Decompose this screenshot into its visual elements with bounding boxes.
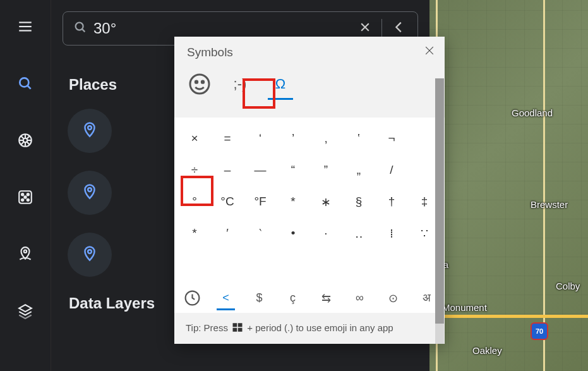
map-view[interactable]: Goodland Brewster ona Monument Oakley Co… xyxy=(429,0,588,371)
symbol-cell[interactable]: ‚ xyxy=(309,123,342,154)
scrollbar-thumb[interactable] xyxy=(435,78,444,324)
nav-rail xyxy=(0,0,51,371)
svg-point-27 xyxy=(88,188,92,192)
svg-point-26 xyxy=(88,126,92,130)
symbol-cell[interactable]: • xyxy=(277,217,309,249)
symbol-cell[interactable]: ’ xyxy=(277,123,309,154)
svg-point-32 xyxy=(195,81,197,83)
symbol-cell[interactable]: · xyxy=(309,217,342,249)
svg-point-3 xyxy=(20,78,28,87)
svg-point-22 xyxy=(76,23,83,30)
symbol-cell[interactable]: ‥ xyxy=(342,217,375,249)
symbol-category[interactable]: $ xyxy=(250,288,268,310)
symbol-cell[interactable]: „ xyxy=(342,154,375,186)
symbol-cell[interactable]: ‘ xyxy=(244,123,277,154)
svg-point-28 xyxy=(88,250,92,253)
place-pin-icon xyxy=(68,233,112,277)
interstate-shield: 70 xyxy=(531,322,548,340)
map-label-oakley: Oakley xyxy=(472,345,502,356)
tab-emoji[interactable] xyxy=(187,70,212,100)
svg-point-19 xyxy=(21,199,23,201)
symbol-cell[interactable]: ‛ xyxy=(342,123,375,154)
svg-rect-35 xyxy=(233,323,237,327)
svg-rect-37 xyxy=(233,328,237,332)
symbols-title: Symbols xyxy=(187,46,432,59)
scrollbar-track[interactable] xyxy=(435,78,444,344)
symbol-cell[interactable]: ∗ xyxy=(309,186,342,217)
symbol-cell[interactable]: * xyxy=(178,217,211,249)
svg-point-31 xyxy=(190,75,209,94)
place-pin-icon xyxy=(68,109,112,153)
symbol-category[interactable]: ç xyxy=(284,288,302,310)
svg-point-18 xyxy=(24,196,26,198)
symbol-category[interactable]: ∞ xyxy=(351,288,369,310)
layers-nav-button[interactable] xyxy=(11,297,39,325)
symbols-close-button[interactable] xyxy=(423,44,436,57)
svg-point-17 xyxy=(27,193,29,195)
symbols-tip: Tip: Press + period (.) to use emoji in … xyxy=(174,313,445,344)
clear-button[interactable] xyxy=(351,21,379,36)
symbol-category[interactable] xyxy=(183,288,201,310)
map-label-colby: Colby xyxy=(556,281,580,291)
pin-stack-nav-button[interactable] xyxy=(11,240,39,268)
search-input[interactable] xyxy=(93,20,351,37)
map-label-goodland: Goodland xyxy=(512,107,553,118)
symbol-cell[interactable]: ” xyxy=(309,154,342,186)
svg-rect-36 xyxy=(238,323,243,327)
symbol-cell[interactable]: × xyxy=(178,123,211,154)
tab-kaomoji[interactable]: ;-) xyxy=(227,70,253,100)
search-nav-button[interactable] xyxy=(11,70,39,97)
symbols-grid: ×=‘’‚‛¬÷–—“”„/°°C°F*∗§†‡*′‵•·‥⁞∵ xyxy=(174,118,445,285)
symbol-cell[interactable]: ‵ xyxy=(244,217,277,249)
symbol-cell[interactable]: = xyxy=(211,123,244,154)
symbol-cell[interactable]: ⁞ xyxy=(375,217,408,249)
symbol-category[interactable]: < xyxy=(217,288,235,310)
symbol-cell[interactable]: § xyxy=(342,186,375,217)
symbol-cell[interactable]: / xyxy=(375,154,408,186)
symbols-categories: <$ç⇆∞⊙अ xyxy=(174,285,445,313)
svg-line-12 xyxy=(27,142,30,145)
dice-nav-button[interactable] xyxy=(11,183,39,211)
symbol-cell[interactable]: — xyxy=(244,154,277,186)
symbol-category[interactable]: ⇆ xyxy=(317,288,335,310)
search-icon xyxy=(67,20,93,37)
svg-line-23 xyxy=(82,29,85,32)
svg-line-4 xyxy=(27,85,30,88)
symbols-panel: Symbols ;-) Ω ×=‘’‚‛¬÷–—“”„/°°C°F*∗§†‡*′… xyxy=(174,37,445,344)
symbol-cell[interactable]: ′ xyxy=(211,217,244,249)
symbol-category[interactable]: अ xyxy=(417,288,436,310)
symbol-cell[interactable]: ¬ xyxy=(375,123,408,154)
back-button[interactable] xyxy=(385,20,414,37)
tab-symbols[interactable]: Ω xyxy=(268,70,293,100)
menu-button[interactable] xyxy=(11,13,39,40)
svg-point-6 xyxy=(23,138,28,143)
wheel-nav-button[interactable] xyxy=(11,126,39,154)
map-label-monument: Monument xyxy=(442,302,487,313)
svg-line-11 xyxy=(21,136,24,139)
symbol-cell[interactable]: °F xyxy=(244,186,277,217)
place-pin-icon xyxy=(68,171,112,215)
symbol-cell[interactable]: † xyxy=(375,186,408,217)
symbol-cell[interactable]: – xyxy=(211,154,244,186)
symbol-category[interactable]: ⊙ xyxy=(384,288,402,310)
symbol-cell[interactable]: ÷ xyxy=(178,154,211,186)
map-label-brewster: Brewster xyxy=(531,199,568,210)
windows-key-icon xyxy=(232,322,243,335)
svg-point-16 xyxy=(21,193,23,195)
symbol-cell[interactable]: °C xyxy=(211,186,244,217)
svg-point-21 xyxy=(24,250,27,253)
symbol-cell[interactable]: ° xyxy=(178,186,211,217)
svg-line-13 xyxy=(21,142,24,145)
svg-point-33 xyxy=(201,81,203,83)
svg-line-14 xyxy=(27,136,30,139)
svg-point-20 xyxy=(27,199,29,201)
symbol-cell[interactable]: * xyxy=(277,186,309,217)
symbol-cell[interactable]: “ xyxy=(277,154,309,186)
svg-rect-38 xyxy=(238,328,243,332)
